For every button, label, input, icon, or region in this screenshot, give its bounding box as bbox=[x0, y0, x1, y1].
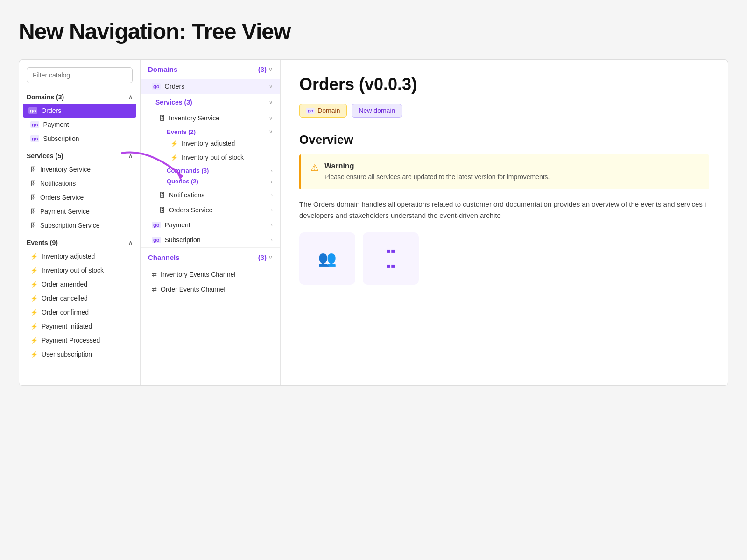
bottom-card-1: 👥 bbox=[299, 232, 355, 285]
mid-label-inv-channel: Inventory Events Channel bbox=[161, 271, 235, 278]
services-section-header[interactable]: Services (5) ∧ bbox=[19, 149, 140, 162]
nav-label: Order amended bbox=[42, 280, 87, 288]
mid-item-inv-events-channel[interactable]: ⇄ Inventory Events Channel bbox=[141, 267, 280, 282]
nav-item-order-confirmed[interactable]: ⚡ Order confirmed bbox=[19, 305, 140, 319]
server-icon: 🗄 bbox=[159, 207, 165, 214]
mid-channels-chevron: ∨ bbox=[268, 254, 273, 261]
go-icon: go bbox=[152, 83, 161, 90]
new-domain-tag-label: New domain bbox=[359, 107, 395, 114]
mid-domains-header[interactable]: Domains (3) ∨ bbox=[141, 60, 280, 79]
page-title: New Navigation: Tree View bbox=[19, 19, 728, 44]
bolt-icon: ⚡ bbox=[30, 295, 38, 302]
nav-label-subscription: Subscription bbox=[43, 135, 79, 142]
mid-commands-chevron: › bbox=[271, 168, 273, 174]
mid-label-orders-service: Orders Service bbox=[169, 206, 212, 214]
mid-domains-section: Domains (3) ∨ go Orders ∨ Services (3) ∨ bbox=[141, 60, 280, 248]
filter-input[interactable] bbox=[27, 67, 133, 83]
nav-label: Order confirmed bbox=[42, 308, 89, 316]
mid-item-order-events-channel[interactable]: ⇄ Order Events Channel bbox=[141, 282, 280, 297]
server-icon: 🗄 bbox=[159, 115, 165, 122]
nav-item-payment[interactable]: go Payment bbox=[19, 118, 140, 132]
nav-item-inv-adjusted[interactable]: ⚡ Inventory adjusted bbox=[19, 249, 140, 263]
mid-item-inventory-service[interactable]: 🗄 Inventory Service ∨ bbox=[141, 111, 280, 126]
mid-queries-chevron: › bbox=[271, 179, 273, 184]
mid-queries-header[interactable]: Queries (2) › bbox=[141, 177, 280, 188]
nav-label-orders: Orders bbox=[41, 107, 61, 114]
nav-item-subscription[interactable]: go Subscription bbox=[19, 132, 140, 146]
mid-services-header[interactable]: Services (3) ∨ bbox=[141, 94, 280, 111]
events-section-header[interactable]: Events (9) ∧ bbox=[19, 236, 140, 249]
channel-icon: ⇄ bbox=[152, 286, 157, 293]
event-label: Inventory out of stock bbox=[182, 154, 244, 161]
new-domain-tag[interactable]: New domain bbox=[352, 104, 402, 118]
mid-item-orders-service[interactable]: 🗄 Orders Service › bbox=[141, 203, 280, 217]
nav-item-inv-out-of-stock[interactable]: ⚡ Inventory out of stock bbox=[19, 263, 140, 277]
nav-item-orders-service[interactable]: 🗄 Orders Service bbox=[19, 190, 140, 204]
nav-item-orders[interactable]: go Orders bbox=[23, 104, 136, 118]
warning-text: Please ensure all services are updated t… bbox=[324, 172, 550, 182]
nav-item-order-amended[interactable]: ⚡ Order amended bbox=[19, 277, 140, 291]
bottom-card-2: ▪▪▪▪ bbox=[363, 232, 419, 285]
nav-item-subscription-service[interactable]: 🗄 Subscription Service bbox=[19, 218, 140, 232]
nav-label: Payment Processed bbox=[42, 336, 100, 344]
mid-services-label: Services (3) bbox=[155, 98, 192, 106]
right-panel-title: Orders (v0.0.3) bbox=[299, 75, 709, 94]
domain-tag-label: Domain bbox=[317, 107, 340, 114]
overview-title: Overview bbox=[299, 133, 709, 147]
server-icon: 🗄 bbox=[159, 192, 165, 199]
domain-tag[interactable]: go Domain bbox=[299, 104, 347, 118]
nav-label: Inventory out of stock bbox=[42, 266, 104, 274]
nav-item-payment-service[interactable]: 🗄 Payment Service bbox=[19, 204, 140, 218]
mid-commands-header[interactable]: Commands (3) › bbox=[141, 164, 280, 177]
mid-item-notifications[interactable]: 🗄 Notifications › bbox=[141, 188, 280, 203]
nav-label: Order cancelled bbox=[42, 294, 88, 302]
server-icon: 🗄 bbox=[30, 166, 36, 173]
mid-item-subscription[interactable]: go Subscription › bbox=[141, 232, 280, 247]
mid-events-header[interactable]: Events (2) ∨ bbox=[141, 126, 280, 136]
orders-chevron: ∨ bbox=[269, 84, 273, 90]
domains-section-label: Domains (3) bbox=[27, 93, 64, 101]
bolt-icon: ⚡ bbox=[30, 281, 38, 288]
bolt-icon: ⚡ bbox=[30, 323, 38, 330]
nav-label: User subscription bbox=[42, 350, 92, 358]
domains-chevron: ∧ bbox=[128, 94, 133, 100]
bolt-icon: ⚡ bbox=[30, 267, 38, 274]
mid-event-inv-adjusted[interactable]: ⚡ Inventory adjusted bbox=[141, 136, 280, 150]
mid-channels-count: (3) bbox=[258, 253, 267, 261]
server-icon: 🗄 bbox=[30, 222, 36, 229]
channel-icon: ⇄ bbox=[152, 271, 157, 278]
mid-channels-section: Channels (3) ∨ ⇄ Inventory Events Channe… bbox=[141, 248, 280, 297]
go-icon: go bbox=[152, 222, 161, 228]
domains-section-header[interactable]: Domains (3) ∧ bbox=[19, 91, 140, 104]
middle-panel: Domains (3) ∨ go Orders ∨ Services (3) ∨ bbox=[141, 60, 281, 385]
mid-label-notifications: Notifications bbox=[169, 191, 204, 199]
notifications-chevron: › bbox=[271, 192, 273, 198]
bolt-icon: ⚡ bbox=[30, 351, 38, 358]
event-label: Inventory adjusted bbox=[182, 140, 235, 147]
left-panel: Domains (3) ∧ go Orders go Payment go Su… bbox=[19, 60, 141, 385]
right-panel: Orders (v0.0.3) go Domain New domain Ove… bbox=[281, 60, 728, 385]
services-chevron: ∧ bbox=[128, 153, 133, 159]
mid-item-payment[interactable]: go Payment › bbox=[141, 217, 280, 232]
go-icon: go bbox=[30, 135, 39, 142]
mid-label-inventory-service: Inventory Service bbox=[169, 114, 219, 122]
warning-icon: ⚠ bbox=[310, 162, 319, 182]
main-container: Domains (3) ∧ go Orders go Payment go Su… bbox=[19, 59, 728, 386]
bolt-icon: ⚡ bbox=[30, 253, 38, 260]
nav-item-payment-processed[interactable]: ⚡ Payment Processed bbox=[19, 333, 140, 347]
orders-service-chevron: › bbox=[271, 207, 273, 213]
payment-chevron: › bbox=[271, 222, 273, 228]
users-icon: 👥 bbox=[318, 250, 337, 267]
nav-label: Payment Service bbox=[40, 208, 90, 215]
go-icon: go bbox=[28, 107, 37, 114]
nav-item-inventory-service[interactable]: 🗄 Inventory Service bbox=[19, 162, 140, 176]
nav-item-notifications[interactable]: 🗄 Notifications bbox=[19, 176, 140, 190]
mid-event-inv-out-of-stock[interactable]: ⚡ Inventory out of stock bbox=[141, 150, 280, 164]
server-icon: 🗄 bbox=[30, 180, 36, 187]
nav-item-user-subscription[interactable]: ⚡ User subscription bbox=[19, 347, 140, 361]
nav-item-order-cancelled[interactable]: ⚡ Order cancelled bbox=[19, 291, 140, 305]
mid-channels-header[interactable]: Channels (3) ∨ bbox=[141, 248, 280, 267]
nav-item-payment-initiated[interactable]: ⚡ Payment Initiated bbox=[19, 319, 140, 333]
events-section-label: Events (9) bbox=[27, 239, 58, 246]
mid-item-orders[interactable]: go Orders ∨ bbox=[141, 79, 280, 94]
